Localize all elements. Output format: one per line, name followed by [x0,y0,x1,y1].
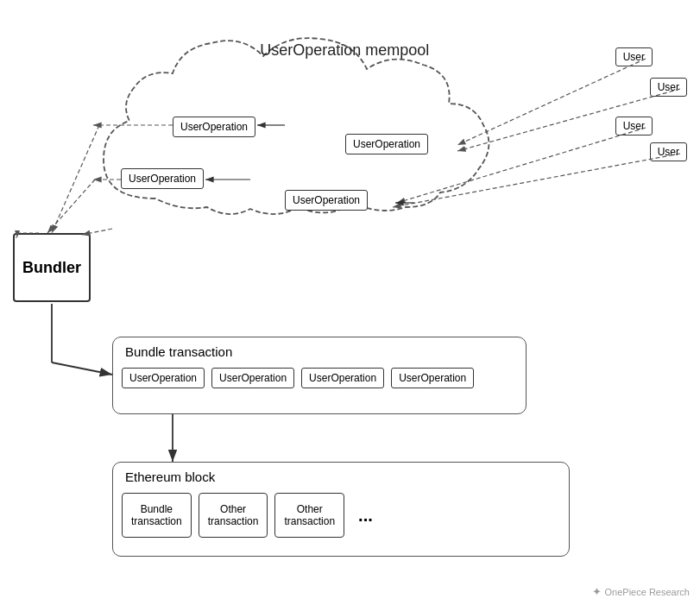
ethereum-block-label: Ethereum block [125,470,215,484]
bundle-transaction-items: UserOperation UserOperation UserOperatio… [122,368,474,388]
user-box-4: User [650,142,687,161]
uo-box-1: UserOperation [173,117,255,137]
eth-item-other-1: Other transaction [199,493,268,538]
uo-box-4: UserOperation [285,190,368,211]
mempool-label: UserOperation mempool [260,41,429,60]
diagram: UserOperation mempool UserOperation User… [0,0,700,605]
user-box-1: User [615,47,653,66]
uo-box-3: UserOperation [121,168,204,189]
bundle-uo-3: UserOperation [301,368,384,388]
ethereum-block-items: Bundle transaction Other transaction Oth… [122,493,380,538]
watermark-icon: ✦ [592,585,602,598]
user-box-2: User [650,78,687,97]
bundle-uo-1: UserOperation [122,368,205,388]
bundle-uo-2: UserOperation [211,368,294,388]
bundle-uo-4: UserOperation [391,368,474,388]
eth-item-other-2: Other transaction [274,493,344,538]
bundler-box: Bundler [13,233,91,302]
eth-item-bundle: Bundle transaction [122,493,192,538]
watermark: ✦ OnePiece Research [592,585,690,598]
bundle-transaction-label: Bundle transaction [125,344,232,359]
ethereum-block-container: Ethereum block Bundle transaction Other … [112,462,570,557]
svg-line-12 [52,362,112,375]
bundle-transaction-container: Bundle transaction UserOperation UserOpe… [112,337,527,414]
eth-ellipsis: ... [351,506,380,526]
uo-box-2: UserOperation [345,134,428,154]
user-box-3: User [615,117,653,135]
